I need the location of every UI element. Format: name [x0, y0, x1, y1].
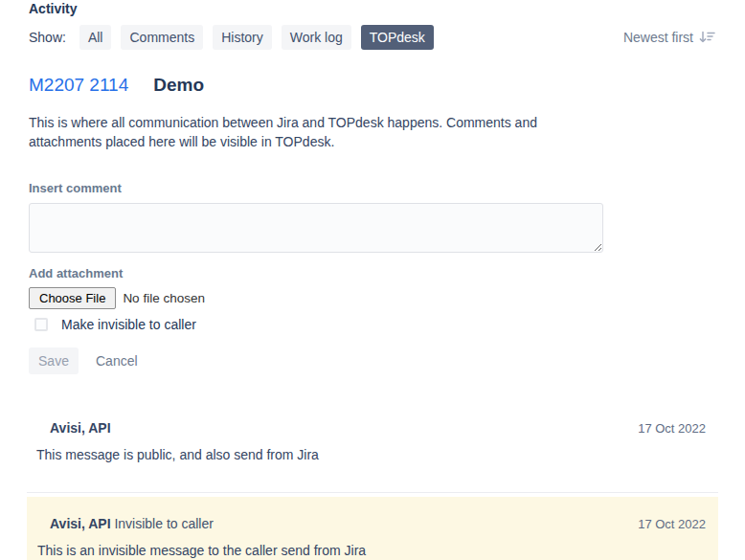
- comment-body: This is an invisible message to the call…: [27, 543, 718, 558]
- activity-heading: Activity: [29, 1, 716, 16]
- panel-description: This is where all communication between …: [29, 113, 579, 151]
- save-button[interactable]: Save: [29, 347, 79, 374]
- filter-tabs: All Comments History Work log TOPdesk: [79, 25, 434, 50]
- show-label: Show:: [29, 30, 66, 45]
- tab-topdesk[interactable]: TOPdesk: [361, 25, 434, 50]
- comment-date: 17 Oct 2022: [638, 517, 706, 531]
- choose-file-button[interactable]: Choose File: [29, 287, 116, 309]
- comment-author: Avisi, API: [50, 420, 111, 436]
- tab-all[interactable]: All: [79, 25, 112, 50]
- cancel-link[interactable]: Cancel: [96, 353, 138, 369]
- comment-form-actions: Save Cancel: [29, 347, 716, 374]
- comment-author: Avisi, API: [50, 516, 111, 531]
- comment-date: 17 Oct 2022: [638, 421, 706, 436]
- comment-item-public: Avisi, API 17 Oct 2022 This message is p…: [27, 413, 718, 493]
- comment-item-invisible: Avisi, API Invisible to caller 17 Oct 20…: [27, 497, 718, 560]
- comment-list: Avisi, API 17 Oct 2022 This message is p…: [27, 413, 718, 560]
- comment-author-line: Avisi, API: [50, 420, 111, 436]
- comment-input[interactable]: [29, 203, 603, 253]
- make-invisible-label: Make invisible to caller: [61, 317, 196, 332]
- comment-body: This message is public, and also send fr…: [27, 447, 718, 462]
- sort-order-label: Newest first: [623, 30, 693, 45]
- ticket-title: Demo: [153, 75, 204, 96]
- tab-work-log[interactable]: Work log: [282, 25, 351, 50]
- comment-author-line: Avisi, API Invisible to caller: [50, 516, 214, 531]
- activity-panel: Activity Show: All Comments History Work…: [0, 0, 745, 374]
- ticket-id-link[interactable]: M2207 2114: [29, 75, 128, 96]
- comment-header: Avisi, API Invisible to caller 17 Oct 20…: [27, 516, 718, 531]
- attachment-file-input: Choose File No file chosen: [29, 287, 716, 309]
- insert-comment-label: Insert comment: [29, 181, 716, 195]
- sort-descending-icon: [698, 30, 716, 45]
- add-attachment-label: Add attachment: [29, 266, 716, 280]
- make-invisible-checkbox-row[interactable]: Make invisible to caller: [34, 317, 716, 332]
- ticket-header: M2207 2114 Demo: [29, 75, 716, 96]
- invisible-to-caller-badge: Invisible to caller: [114, 516, 214, 531]
- sort-order-control[interactable]: Newest first: [623, 30, 716, 45]
- make-invisible-checkbox[interactable]: [34, 318, 48, 331]
- tab-comments[interactable]: Comments: [121, 25, 203, 50]
- tab-history[interactable]: History: [213, 25, 272, 50]
- filter-bar: Show: All Comments History Work log TOPd…: [29, 25, 716, 50]
- comment-header: Avisi, API 17 Oct 2022: [27, 420, 718, 436]
- file-chosen-status: No file chosen: [123, 291, 205, 305]
